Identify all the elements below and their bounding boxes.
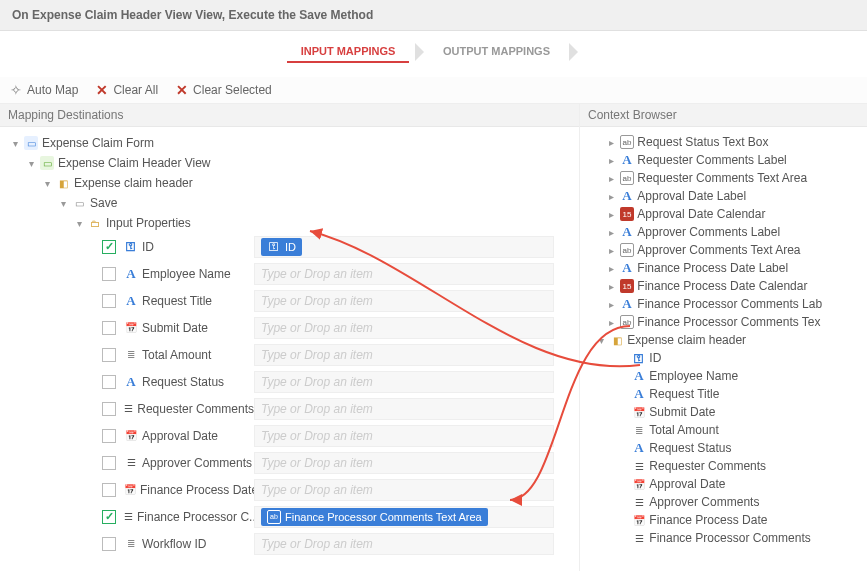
tree-node-header[interactable]: ▾ ◧ Expense claim header [6,173,573,193]
drop-field[interactable]: Type or Drop an item [254,290,554,312]
ctx-item[interactable]: 📅 Finance Process Date [586,511,861,529]
ctx-label: Expense claim header [627,333,746,347]
ctx-item[interactable]: ☰ Finance Processor Comments [586,529,861,547]
checkbox[interactable] [102,456,116,470]
drop-field[interactable]: Type or Drop an item [254,479,554,501]
chip-fpc[interactable]: abFinance Processor Comments Text Area [261,508,488,526]
ctx-item[interactable]: ▸A Approver Comments Label [586,223,861,241]
ctx-node-header[interactable]: ▾◧ Expense claim header [586,331,861,349]
checkbox[interactable] [102,267,116,281]
ctx-item[interactable]: ▸ab Requester Comments Text Area [586,169,861,187]
tree-node-save[interactable]: ▾ ▭ Save [6,193,573,213]
checkbox[interactable] [102,402,116,416]
toggle-icon[interactable]: ▾ [26,158,36,169]
toggle-icon[interactable]: ▸ [606,245,616,256]
clear-all-button[interactable]: ✕ Clear All [96,82,158,98]
ctx-label: Finance Processor Comments [649,531,810,545]
drop-field[interactable]: Type or Drop an item [254,263,554,285]
ctx-item[interactable]: ▸A Requester Comments Label [586,151,861,169]
toolbar: ✧ Auto Map ✕ Clear All ✕ Clear Selected [0,77,867,104]
placeholder: Type or Drop an item [261,375,373,389]
toggle-icon[interactable]: ▾ [10,138,20,149]
drop-field[interactable]: Type or Drop an item [254,533,554,555]
ctx-item[interactable]: A Request Title [586,385,861,403]
tab-output-mappings[interactable]: OUTPUT MAPPINGS [429,41,564,61]
tab-input-mappings[interactable]: INPUT MAPPINGS [287,41,410,63]
prop-row-emp: AEmployee Name Type or Drop an item [6,260,573,287]
prop-row-ac: ☰Approver Comments Type or Drop an item [6,449,573,476]
prop-row-wf: ≣Workflow ID Type or Drop an item [6,530,573,557]
number-icon: ≣ [632,423,646,437]
cube-icon: ◧ [610,333,624,347]
toggle-icon[interactable]: ▸ [606,227,616,238]
checkbox[interactable] [102,483,116,497]
checkbox[interactable] [102,375,116,389]
key-icon: ⚿ [124,240,138,254]
textarea-icon: ab [620,315,634,329]
drop-field[interactable]: Type or Drop an item [254,344,554,366]
tree-label: Expense claim header [74,176,193,190]
ctx-item[interactable]: A Request Status [586,439,861,457]
clear-selected-label: Clear Selected [193,83,272,97]
checkbox-id[interactable] [102,240,116,254]
checkbox[interactable] [102,429,116,443]
ctx-item[interactable]: ☰ Approver Comments [586,493,861,511]
tree-node-view[interactable]: ▾ ▭ Expense Claim Header View [6,153,573,173]
ctx-item[interactable]: 📅 Submit Date [586,403,861,421]
toggle-icon[interactable]: ▸ [606,281,616,292]
ctx-item[interactable]: ▸ab Request Status Text Box [586,133,861,151]
ctx-item[interactable]: ▸A Approval Date Label [586,187,861,205]
ctx-item[interactable]: A Employee Name [586,367,861,385]
ctx-item[interactable]: ▸A Finance Process Date Label [586,259,861,277]
toggle-icon[interactable]: ▸ [606,191,616,202]
auto-map-button[interactable]: ✧ Auto Map [10,82,78,98]
ctx-item[interactable]: 📅 Approval Date [586,475,861,493]
tree-node-form[interactable]: ▾ ▭ Expense Claim Form [6,133,573,153]
ctx-label: Submit Date [649,405,715,419]
drop-field-fpc[interactable]: abFinance Processor Comments Text Area [254,506,554,528]
ctx-label: Request Status Text Box [637,135,768,149]
toggle-icon[interactable]: ▾ [42,178,52,189]
chip-id[interactable]: ⚿ID [261,238,302,256]
toggle-icon[interactable]: ▸ [606,317,616,328]
toggle-icon[interactable]: ▸ [606,263,616,274]
ctx-item[interactable]: ▸15 Approval Date Calendar [586,205,861,223]
checkbox[interactable] [102,321,116,335]
tree-label: Expense Claim Header View [58,156,211,170]
checkbox[interactable] [102,348,116,362]
checkbox-fpc[interactable] [102,510,116,524]
toggle-icon[interactable]: ▸ [606,209,616,220]
ctx-item[interactable]: ▸ab Finance Processor Comments Tex [586,313,861,331]
prop-row-id: ⚿ID ⚿ID [6,233,573,260]
checkbox[interactable] [102,294,116,308]
ctx-item[interactable]: ≣ Total Amount [586,421,861,439]
ctx-item[interactable]: ▸A Finance Processor Comments Lab [586,295,861,313]
toggle-icon[interactable]: ▾ [74,218,84,229]
drop-field[interactable]: Type or Drop an item [254,317,554,339]
toggle-icon[interactable]: ▸ [606,299,616,310]
ctx-label: Approval Date Calendar [637,207,765,221]
ctx-label: Total Amount [649,423,718,437]
drop-field[interactable]: Type or Drop an item [254,425,554,447]
toggle-icon[interactable]: ▾ [596,335,606,346]
prop-row-tot: ≣Total Amount Type or Drop an item [6,341,573,368]
clear-selected-button[interactable]: ✕ Clear Selected [176,82,272,98]
drop-field[interactable]: Type or Drop an item [254,452,554,474]
drop-field[interactable]: Type or Drop an item [254,398,554,420]
ctx-item[interactable]: ▸ab Approver Comments Text Area [586,241,861,259]
checkbox[interactable] [102,537,116,551]
dialog-header: On Expense Claim Header View View, Execu… [0,0,867,31]
drop-field-id[interactable]: ⚿ID [254,236,554,258]
placeholder: Type or Drop an item [261,483,373,497]
ctx-item-id[interactable]: ⚿ ID [586,349,861,367]
drop-field[interactable]: Type or Drop an item [254,371,554,393]
toggle-icon[interactable]: ▸ [606,137,616,148]
mapping-destinations-panel: Mapping Destinations ▾ ▭ Expense Claim F… [0,104,580,571]
toggle-icon[interactable]: ▸ [606,155,616,166]
toggle-icon[interactable]: ▸ [606,173,616,184]
ctx-item[interactable]: ☰ Requester Comments [586,457,861,475]
prop-row-stat: ARequest Status Type or Drop an item [6,368,573,395]
toggle-icon[interactable]: ▾ [58,198,68,209]
tree-node-inputprops[interactable]: ▾ 🗀 Input Properties [6,213,573,233]
ctx-item[interactable]: ▸15 Finance Process Date Calendar [586,277,861,295]
